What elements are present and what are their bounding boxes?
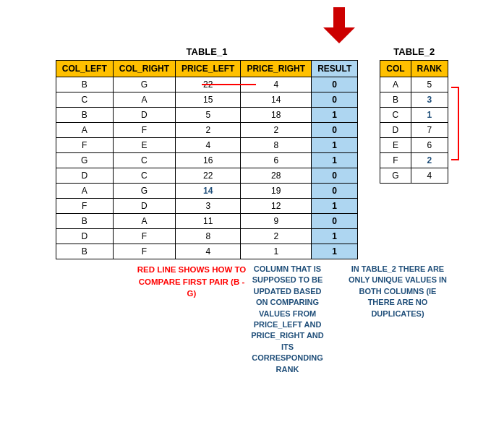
- table1-section: TABLE_1 COL_LEFT COL_RIGHT PRICE_LEFT PR…: [56, 46, 358, 259]
- table1-row-price-left: 14: [176, 184, 241, 199]
- table2-header-rank: RANK: [411, 61, 448, 77]
- table1-row-price-left: 5: [176, 108, 241, 123]
- table1-row-price-left: 15: [176, 92, 241, 108]
- svg-marker-1: [323, 27, 355, 43]
- table1-row-col-left: B: [56, 244, 113, 259]
- table1-row-col-right: A: [113, 214, 175, 229]
- table2-row-rank: 4: [411, 168, 448, 184]
- table1-row-col-right: C: [113, 153, 175, 168]
- table2-row-col: A: [380, 77, 411, 92]
- table1-row-price-left: 3: [176, 199, 241, 214]
- table2-row-rank: 6: [411, 138, 448, 153]
- table1-row-col-left: F: [56, 138, 113, 153]
- table1-row-price-right: 18: [241, 108, 312, 123]
- table1-title: TABLE_1: [187, 46, 228, 57]
- tables-row: TABLE_1 COL_LEFT COL_RIGHT PRICE_LEFT PR…: [0, 46, 504, 259]
- table1-row-result: 1: [312, 199, 358, 214]
- table2-row-col: B: [380, 92, 411, 108]
- bottom-spacer: [7, 264, 134, 375]
- table1-row-result: 1: [312, 108, 358, 123]
- table1-header-price-left: PRICE_LEFT: [176, 61, 241, 77]
- table1-row-col-left: G: [56, 153, 113, 168]
- table1-row-price-left: 4: [176, 138, 241, 153]
- red-bracket-icon: [448, 80, 461, 167]
- table1-row-price-right: 12: [241, 199, 312, 214]
- table1-row-col-right: C: [113, 168, 175, 184]
- table1: COL_LEFT COL_RIGHT PRICE_LEFT PRICE_RIGH…: [56, 60, 358, 259]
- table1-row-col-left: A: [56, 184, 113, 199]
- table1-row-col-left: A: [56, 123, 113, 138]
- table2-row-rank: 2: [411, 153, 448, 168]
- table1-row-price-right: 9: [241, 214, 312, 229]
- table1-row-col-left: B: [56, 108, 113, 123]
- table2-wrapper: COL RANK A5B3C1D7E6F2G4: [380, 60, 448, 184]
- table1-row-col-right: D: [113, 199, 175, 214]
- table1-row-price-right: 8: [241, 138, 312, 153]
- table1-row-result: 0: [312, 77, 358, 92]
- table1-row-result: 1: [312, 229, 358, 244]
- table1-row-price-left: 11: [176, 214, 241, 229]
- table1-row-col-right: E: [113, 138, 175, 153]
- table1-row-result: 0: [312, 168, 358, 184]
- table2-row-col: G: [380, 168, 411, 184]
- table1-row-price-right: 2: [241, 123, 312, 138]
- table2-row-col: C: [380, 108, 411, 123]
- svg-rect-0: [333, 7, 345, 29]
- table1-row-price-left: 16: [176, 153, 241, 168]
- table2-header-col: COL: [380, 61, 411, 77]
- table1-row-price-right: 14: [241, 92, 312, 108]
- table1-row-price-left: 2: [176, 123, 241, 138]
- table1-row-col-right: F: [113, 244, 175, 259]
- table2-row-col: D: [380, 123, 411, 138]
- table1-row-col-left: B: [56, 77, 113, 92]
- page-wrapper: TABLE_1 COL_LEFT COL_RIGHT PRICE_LEFT PR…: [0, 0, 504, 382]
- table2-section: TABLE_2 COL RANK A5B3C1D7E6F2G4: [380, 46, 448, 184]
- table1-row-col-right: G: [113, 77, 175, 92]
- table2-row-col: E: [380, 138, 411, 153]
- table1-row-col-left: D: [56, 168, 113, 184]
- table1-row-col-right: A: [113, 92, 175, 108]
- table2-row-rank: 7: [411, 123, 448, 138]
- table1-header-result: RESULT: [312, 61, 358, 77]
- table1-row-col-right: G: [113, 184, 175, 199]
- table2-row-rank: 5: [411, 77, 448, 92]
- table1-row-result: 0: [312, 92, 358, 108]
- table1-row-result: 0: [312, 123, 358, 138]
- table2-row-col: F: [380, 153, 411, 168]
- table2-row-rank: 3: [411, 92, 448, 108]
- table1-row-col-left: B: [56, 214, 113, 229]
- table1-row-price-left: 8: [176, 229, 241, 244]
- table1-row-col-right: D: [113, 108, 175, 123]
- table1-row-col-right: F: [113, 229, 175, 244]
- table1-row-result: 1: [312, 153, 358, 168]
- arrow-container: [0, 7, 504, 43]
- table1-row-result: 0: [312, 184, 358, 199]
- table1-header-col-right: COL_RIGHT: [113, 61, 175, 77]
- down-arrow-icon: [323, 7, 355, 43]
- annotation-blue-center: COLUMN THAT IS SUPPOSED TO BE UPDATED BA…: [249, 264, 325, 375]
- annotation-blue-right: IN TABLE_2 THERE ARE ONLY UNIQUE VALUES …: [347, 264, 448, 375]
- table1-row-price-left: 4: [176, 244, 241, 259]
- table1-row-result: 0: [312, 214, 358, 229]
- table2-title: TABLE_2: [393, 46, 435, 57]
- table1-row-price-right: 28: [241, 168, 312, 184]
- bottom-annotations: RED LINE SHOWS HOW TO COMPARE FIRST PAIR…: [0, 264, 504, 375]
- annotation-red: RED LINE SHOWS HOW TO COMPARE FIRST PAIR…: [134, 264, 249, 375]
- table1-row-col-right: F: [113, 123, 175, 138]
- table1-row-price-right: 2: [241, 229, 312, 244]
- table1-header-price-right: PRICE_RIGHT: [241, 61, 312, 77]
- table1-row-price-right: 1: [241, 244, 312, 259]
- table1-row-result: 1: [312, 244, 358, 259]
- table1-row-price-left: 22: [176, 77, 241, 92]
- table2-row-rank: 1: [411, 108, 448, 123]
- table1-header-col-left: COL_LEFT: [56, 61, 113, 77]
- table1-row-col-left: F: [56, 199, 113, 214]
- table1-row-price-left: 22: [176, 168, 241, 184]
- table1-row-price-right: 6: [241, 153, 312, 168]
- table1-row-price-right: 19: [241, 184, 312, 199]
- table1-row-col-left: D: [56, 229, 113, 244]
- table1-row-result: 1: [312, 138, 358, 153]
- table2: COL RANK A5B3C1D7E6F2G4: [380, 60, 448, 184]
- table1-row-col-left: C: [56, 92, 113, 108]
